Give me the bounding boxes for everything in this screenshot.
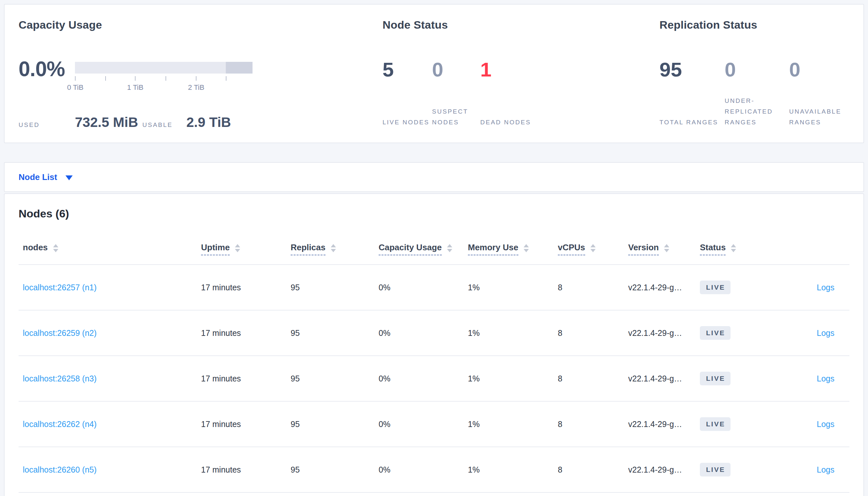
- status-badge: LIVE: [700, 326, 731, 340]
- vcpus-cell: 8: [558, 283, 628, 292]
- table-row: localhost:26259 (n2) 17 minutes 95 0% 1%…: [18, 310, 850, 356]
- vcpus-cell: 8: [558, 328, 628, 338]
- capacity-used-percent: 0.0%: [18, 57, 75, 94]
- memory-use-cell: 1%: [468, 374, 558, 383]
- capacity-usage-cell: 0%: [379, 374, 468, 383]
- usable-label: USABLE: [143, 121, 186, 128]
- status-badge: LIVE: [700, 463, 731, 477]
- uptime-cell: 17 minutes: [201, 283, 290, 292]
- version-cell: v22.1.4-29-g…: [628, 465, 700, 475]
- capacity-usage-bar: 0 TiB 1 TiB 2 TiB: [75, 62, 253, 94]
- node-status-section: Node Status 5 0 1 LIVE NODES SUSPECT NOD…: [383, 4, 658, 142]
- memory-use-cell: 1%: [468, 283, 558, 292]
- column-header-label: nodes: [23, 243, 48, 255]
- column-header-label: Status: [700, 243, 725, 255]
- logs-link[interactable]: Logs: [817, 328, 835, 338]
- replication-status-section: Replication Status 95 0 0 TOTAL RANGES U…: [659, 4, 862, 142]
- version-cell: v22.1.4-29-g…: [628, 419, 700, 429]
- table-row: localhost:26260 (n5) 17 minutes 95 0% 1%…: [18, 447, 850, 493]
- node-address-link[interactable]: localhost:26259 (n2): [23, 328, 97, 338]
- replicas-cell: 95: [290, 328, 379, 338]
- nodes-table: nodes Uptime Replicas Capacity Usage Mem…: [18, 234, 850, 493]
- dead-nodes-label: DEAD NODES: [480, 117, 545, 128]
- chevron-down-icon: [65, 175, 73, 180]
- replicas-cell: 95: [290, 465, 379, 475]
- node-address-link[interactable]: localhost:26258 (n3): [23, 374, 97, 383]
- unavailable-ranges-count: 0: [789, 58, 862, 81]
- sort-icon: [731, 244, 736, 252]
- node-address-link[interactable]: localhost:26260 (n5): [23, 465, 97, 474]
- column-header-uptime[interactable]: Uptime: [201, 243, 290, 255]
- table-row: localhost:26257 (n1) 17 minutes 95 0% 1%…: [18, 265, 850, 310]
- logs-link[interactable]: Logs: [817, 465, 835, 474]
- capacity-bar-track: [75, 62, 253, 74]
- node-address-link[interactable]: localhost:26257 (n1): [23, 283, 97, 292]
- logs-link[interactable]: Logs: [817, 283, 835, 292]
- under-replicated-ranges-label: UNDER-REPLICATED RANGES: [724, 95, 789, 128]
- table-row: localhost:26258 (n3) 17 minutes 95 0% 1%…: [18, 356, 850, 402]
- node-address-link[interactable]: localhost:26262 (n4): [23, 419, 97, 429]
- column-header-label: Uptime: [201, 243, 230, 255]
- axis-tick: [226, 76, 226, 81]
- under-replicated-ranges-count: 0: [724, 58, 789, 81]
- column-header-memory-use[interactable]: Memory Use: [468, 243, 558, 255]
- table-row: localhost:26262 (n4) 17 minutes 95 0% 1%…: [18, 402, 850, 447]
- column-header-version[interactable]: Version: [628, 243, 700, 255]
- used-label: USED: [18, 121, 75, 128]
- capacity-usage-cell: 0%: [379, 328, 468, 338]
- column-header-replicas[interactable]: Replicas: [290, 243, 379, 255]
- node-list-dropdown-label: Node List: [18, 172, 57, 182]
- suspect-nodes-label: SUSPECT NODES: [432, 106, 480, 128]
- capacity-usage-cell: 0%: [379, 465, 468, 475]
- sort-icon: [590, 244, 596, 252]
- capacity-usage-title: Capacity Usage: [18, 18, 102, 32]
- replicas-cell: 95: [290, 374, 379, 383]
- sort-icon: [447, 244, 452, 252]
- status-badge: LIVE: [700, 372, 731, 385]
- column-header-nodes[interactable]: nodes: [18, 243, 201, 255]
- suspect-nodes-count: 0: [432, 58, 480, 81]
- axis-tick: [196, 76, 196, 81]
- logs-link[interactable]: Logs: [817, 374, 835, 383]
- table-header-row: nodes Uptime Replicas Capacity Usage Mem…: [18, 234, 850, 265]
- total-ranges-count: 95: [659, 58, 724, 81]
- column-header-label: vCPUs: [558, 243, 585, 255]
- vcpus-cell: 8: [558, 465, 628, 475]
- uptime-cell: 17 minutes: [201, 419, 290, 429]
- axis-tick: [135, 76, 136, 81]
- usable-value: 2.9 TiB: [186, 114, 231, 130]
- live-nodes-count: 5: [383, 58, 432, 81]
- axis-tick-label: 2 TiB: [188, 83, 204, 92]
- replicas-cell: 95: [290, 419, 379, 429]
- sort-icon: [235, 244, 240, 252]
- axis-tick: [105, 76, 106, 81]
- column-header-label: Capacity Usage: [379, 243, 442, 255]
- memory-use-cell: 1%: [468, 328, 558, 338]
- uptime-cell: 17 minutes: [201, 465, 290, 475]
- status-badge: LIVE: [700, 281, 731, 294]
- logs-link[interactable]: Logs: [817, 419, 835, 429]
- live-nodes-label: LIVE NODES: [383, 117, 432, 128]
- version-cell: v22.1.4-29-g…: [628, 374, 700, 383]
- total-ranges-label: TOTAL RANGES: [659, 117, 724, 128]
- column-header-status[interactable]: Status: [700, 243, 784, 255]
- node-list-dropdown[interactable]: Node List: [18, 172, 73, 182]
- view-selector-bar: Node List: [4, 162, 864, 192]
- dead-nodes-count: 1: [480, 58, 545, 81]
- capacity-bar-nonusable-segment: [226, 62, 253, 74]
- column-header-label: Version: [628, 243, 659, 255]
- capacity-usage-cell: 0%: [379, 419, 468, 429]
- axis-tick-label: 0 TiB: [67, 83, 84, 92]
- sort-icon: [331, 244, 336, 252]
- uptime-cell: 17 minutes: [201, 374, 290, 383]
- version-cell: v22.1.4-29-g…: [628, 283, 700, 292]
- sort-icon: [53, 244, 58, 252]
- status-badge: LIVE: [700, 417, 731, 431]
- replicas-cell: 95: [290, 283, 379, 292]
- memory-use-cell: 1%: [468, 419, 558, 429]
- version-cell: v22.1.4-29-g…: [628, 328, 700, 338]
- column-header-vcpus[interactable]: vCPUs: [558, 243, 628, 255]
- vcpus-cell: 8: [558, 419, 628, 429]
- replication-status-title: Replication Status: [659, 18, 757, 32]
- column-header-capacity-usage[interactable]: Capacity Usage: [379, 243, 468, 255]
